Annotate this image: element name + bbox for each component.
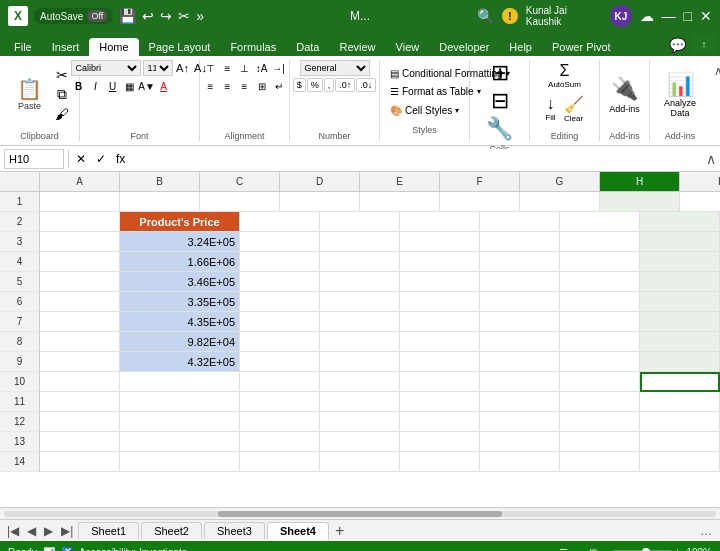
cell-A5[interactable] bbox=[40, 272, 120, 292]
tab-review[interactable]: Review bbox=[329, 38, 385, 56]
border-button[interactable]: ▦ bbox=[122, 78, 138, 94]
align-left-button[interactable]: ≡ bbox=[203, 78, 219, 94]
cell-D7[interactable] bbox=[320, 312, 400, 332]
format-cells-button[interactable]: 🔧 bbox=[486, 116, 513, 142]
cell-D14[interactable] bbox=[320, 452, 400, 472]
cell-A13[interactable] bbox=[40, 432, 120, 452]
cut-title-icon[interactable]: ✂ bbox=[178, 8, 190, 24]
formula-input[interactable] bbox=[132, 149, 702, 169]
cell-B12[interactable] bbox=[120, 412, 240, 432]
cell-E2[interactable] bbox=[400, 212, 480, 232]
cell-C6[interactable] bbox=[240, 292, 320, 312]
paste-button[interactable]: 📋 Paste bbox=[10, 76, 50, 114]
cell-H1[interactable] bbox=[600, 192, 680, 212]
cell-D2[interactable] bbox=[320, 212, 400, 232]
cell-F10[interactable] bbox=[480, 372, 560, 392]
cell-F11[interactable] bbox=[480, 392, 560, 412]
text-direction-button[interactable]: ↕A bbox=[254, 60, 270, 76]
cell-B10[interactable] bbox=[120, 372, 240, 392]
formula-fx-button[interactable]: fx bbox=[113, 151, 128, 167]
cell-C10[interactable] bbox=[240, 372, 320, 392]
cell-A1[interactable] bbox=[40, 192, 120, 212]
tab-formulas[interactable]: Formulas bbox=[220, 38, 286, 56]
cell-B3[interactable]: 3.24E+05 bbox=[120, 232, 240, 252]
col-header-I[interactable]: I bbox=[680, 172, 720, 191]
cell-D3[interactable] bbox=[320, 232, 400, 252]
cell-B8[interactable]: 9.82E+04 bbox=[120, 332, 240, 352]
clear-button[interactable]: 🧹 Clear bbox=[562, 93, 586, 125]
cell-F4[interactable] bbox=[480, 252, 560, 272]
cell-G2[interactable] bbox=[560, 212, 640, 232]
tab-developer[interactable]: Developer bbox=[429, 38, 499, 56]
cell-E10[interactable] bbox=[400, 372, 480, 392]
fill-color-button[interactable]: A▼ bbox=[139, 78, 155, 94]
cell-E11[interactable] bbox=[400, 392, 480, 412]
col-header-B[interactable]: B bbox=[120, 172, 200, 191]
cell-H12[interactable] bbox=[640, 412, 720, 432]
scrollbar-track[interactable] bbox=[4, 511, 716, 517]
tab-help[interactable]: Help bbox=[499, 38, 542, 56]
font-color-button[interactable]: A bbox=[156, 78, 172, 94]
cell-D8[interactable] bbox=[320, 332, 400, 352]
cell-H7[interactable] bbox=[640, 312, 720, 332]
insert-cells-button[interactable]: ⊞ bbox=[491, 60, 509, 86]
cell-C7[interactable] bbox=[240, 312, 320, 332]
cell-C3[interactable] bbox=[240, 232, 320, 252]
cell-D4[interactable] bbox=[320, 252, 400, 272]
cell-A4[interactable] bbox=[40, 252, 120, 272]
copy-button[interactable]: ⧉ bbox=[56, 85, 68, 104]
cell-A7[interactable] bbox=[40, 312, 120, 332]
wrap-text-button[interactable]: ↵ bbox=[271, 78, 287, 94]
number-format-select[interactable]: General bbox=[300, 60, 370, 76]
tab-data[interactable]: Data bbox=[286, 38, 329, 56]
cell-B11[interactable] bbox=[120, 392, 240, 412]
align-bottom-button[interactable]: ⊥ bbox=[237, 60, 253, 76]
percent-button[interactable]: % bbox=[307, 78, 323, 92]
warning-icon[interactable]: ! bbox=[502, 8, 517, 24]
cell-B9[interactable]: 4.32E+05 bbox=[120, 352, 240, 372]
cell-F14[interactable] bbox=[480, 452, 560, 472]
cell-F6[interactable] bbox=[480, 292, 560, 312]
col-header-E[interactable]: E bbox=[360, 172, 440, 191]
indent-more-button[interactable]: →| bbox=[271, 60, 287, 76]
undo-icon[interactable]: ↩ bbox=[142, 8, 154, 24]
cell-G11[interactable] bbox=[560, 392, 640, 412]
cell-E4[interactable] bbox=[400, 252, 480, 272]
cell-A2[interactable] bbox=[40, 212, 120, 232]
cell-G14[interactable] bbox=[560, 452, 640, 472]
sheet-options-button[interactable]: … bbox=[696, 524, 716, 538]
cell-D10[interactable] bbox=[320, 372, 400, 392]
cell-reference-input[interactable] bbox=[4, 149, 64, 169]
cell-A6[interactable] bbox=[40, 292, 120, 312]
cell-D9[interactable] bbox=[320, 352, 400, 372]
cell-G7[interactable] bbox=[560, 312, 640, 332]
col-header-G[interactable]: G bbox=[520, 172, 600, 191]
cell-A14[interactable] bbox=[40, 452, 120, 472]
currency-button[interactable]: $ bbox=[293, 78, 306, 92]
cell-D6[interactable] bbox=[320, 292, 400, 312]
cell-B14[interactable] bbox=[120, 452, 240, 472]
tab-power-pivot[interactable]: Power Pivot bbox=[542, 38, 621, 56]
cell-F13[interactable] bbox=[480, 432, 560, 452]
cell-F3[interactable] bbox=[480, 232, 560, 252]
cell-C13[interactable] bbox=[240, 432, 320, 452]
cell-G12[interactable] bbox=[560, 412, 640, 432]
cell-H9[interactable] bbox=[640, 352, 720, 372]
sheet-nav-first[interactable]: |◀ bbox=[4, 524, 22, 538]
font-name-select[interactable]: Calibri bbox=[71, 60, 141, 76]
fill-button[interactable]: ↓ Fill bbox=[543, 93, 557, 125]
cell-E1[interactable] bbox=[360, 192, 440, 212]
cell-B13[interactable] bbox=[120, 432, 240, 452]
underline-button[interactable]: U bbox=[105, 78, 121, 94]
minimize-btn[interactable]: — bbox=[662, 8, 676, 24]
cell-H14[interactable] bbox=[640, 452, 720, 472]
cell-A10[interactable] bbox=[40, 372, 120, 392]
addins-button[interactable]: 🔌 bbox=[611, 76, 638, 102]
zoom-in-icon[interactable]: + bbox=[675, 547, 681, 552]
formula-collapse-button[interactable]: ∧ bbox=[706, 151, 716, 167]
cell-F1[interactable] bbox=[440, 192, 520, 212]
format-as-table-button[interactable]: ☰ Format as Table ▾ bbox=[386, 84, 463, 99]
cell-styles-button[interactable]: 🎨 Cell Styles ▾ bbox=[386, 103, 463, 118]
share-btn[interactable]: ↑ bbox=[692, 35, 716, 53]
conditional-formatting-button[interactable]: ▤ Conditional Formatting ▾ bbox=[386, 66, 463, 81]
